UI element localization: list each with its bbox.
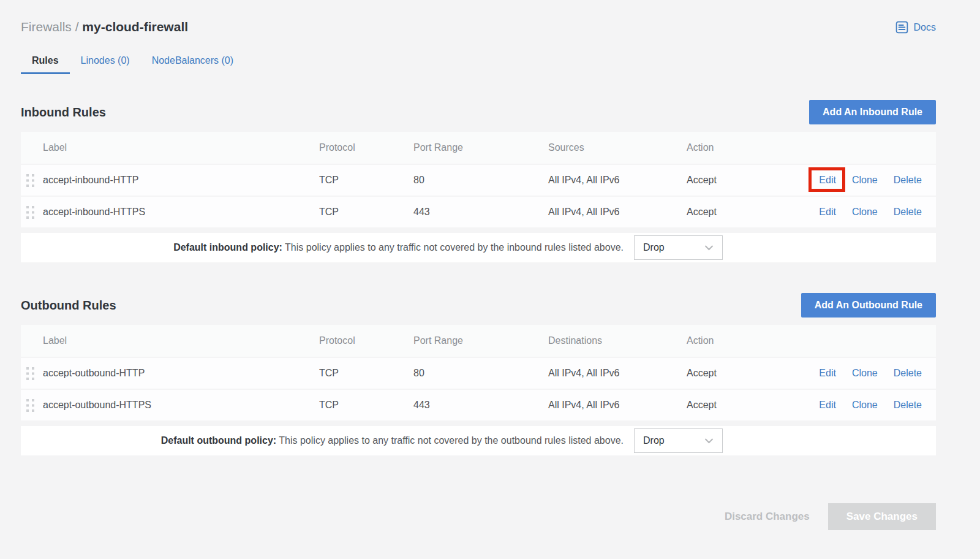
delete-link[interactable]: Delete [894, 207, 922, 218]
inbound-rules-table: Label Protocol Port Range Sources Action… [21, 132, 936, 227]
outbound-section-head: Outbound Rules Add An Outbound Rule [21, 293, 936, 318]
column-header-action: Action [687, 335, 922, 346]
column-header-action: Action [687, 142, 922, 153]
rule-protocol: TCP [319, 175, 413, 186]
outbound-rules-section: Outbound Rules Add An Outbound Rule Labe… [21, 293, 936, 455]
form-actions: Discard Changes Save Changes [21, 503, 936, 530]
edit-link[interactable]: Edit [819, 207, 836, 218]
drag-handle-icon[interactable] [26, 174, 43, 187]
rule-protocol: TCP [319, 368, 413, 379]
firewall-detail-page: { "colors": { "page_bg": "#f4f4f5", "acc… [0, 0, 980, 559]
rule-protocol: TCP [319, 207, 413, 218]
default-outbound-policy-text: Default outbound policy: This policy app… [161, 435, 624, 446]
column-header-port-range: Port Range [413, 335, 548, 346]
rule-protocol: TCP [319, 400, 413, 411]
rule-action: Accept [687, 175, 819, 186]
drag-handle-icon[interactable] [26, 206, 43, 219]
delete-link[interactable]: Delete [894, 368, 922, 379]
chevron-down-icon [704, 438, 714, 444]
rule-label: accept-outbound-HTTP [43, 368, 319, 379]
rule-port-range: 443 [413, 400, 548, 411]
table-row: accept-inbound-HTTPS TCP 443 All IPv4, A… [21, 197, 936, 227]
inbound-policy-value: Drop [643, 242, 665, 253]
column-header-protocol: Protocol [319, 335, 413, 346]
outbound-rules-table: Label Protocol Port Range Destinations A… [21, 325, 936, 420]
tab-rules[interactable]: Rules [21, 47, 70, 74]
page-title: my-cloud-firewall [82, 20, 188, 34]
column-header-destinations: Destinations [548, 335, 687, 346]
edit-link[interactable]: Edit [819, 400, 836, 411]
clone-link[interactable]: Clone [852, 400, 878, 411]
default-inbound-policy-text: Default inbound policy: This policy appl… [173, 242, 624, 253]
rule-port-range: 80 [413, 175, 548, 186]
drag-handle-icon[interactable] [26, 399, 43, 412]
table-row: accept-inbound-HTTP TCP 80 All IPv4, All… [21, 165, 936, 196]
drag-handle-icon[interactable] [26, 367, 43, 380]
add-inbound-rule-button[interactable]: Add An Inbound Rule [809, 100, 936, 124]
content-area: Firewalls / my-cloud-firewall Docs Rules… [0, 0, 980, 530]
table-row: accept-outbound-HTTP TCP 80 All IPv4, Al… [21, 358, 936, 389]
column-header-label: Label [43, 142, 319, 153]
rule-label: accept-inbound-HTTPS [43, 207, 319, 218]
rule-action: Accept [687, 400, 819, 411]
column-header-protocol: Protocol [319, 142, 413, 153]
rule-sources: All IPv4, All IPv6 [548, 175, 687, 186]
save-changes-button[interactable]: Save Changes [828, 503, 936, 530]
rule-destinations: All IPv4, All IPv6 [548, 368, 687, 379]
inbound-section-head: Inbound Rules Add An Inbound Rule [21, 100, 936, 124]
clone-link[interactable]: Clone [852, 207, 878, 218]
clone-link[interactable]: Clone [852, 368, 878, 379]
default-outbound-policy-row: Default outbound policy: This policy app… [21, 426, 936, 455]
rule-label: accept-inbound-HTTP [43, 175, 319, 186]
column-header-sources: Sources [548, 142, 687, 153]
column-header-label: Label [43, 335, 319, 346]
default-inbound-policy-row: Default inbound policy: This policy appl… [21, 233, 936, 262]
rule-port-range: 443 [413, 207, 548, 218]
delete-link[interactable]: Delete [894, 400, 922, 411]
inbound-rules-section: Inbound Rules Add An Inbound Rule Label … [21, 100, 936, 262]
outbound-policy-select[interactable]: Drop [634, 428, 723, 453]
rule-destinations: All IPv4, All IPv6 [548, 400, 687, 411]
tab-nodebalancers[interactable]: NodeBalancers (0) [141, 47, 244, 74]
rule-port-range: 80 [413, 368, 548, 379]
breadcrumb: Firewalls / my-cloud-firewall [21, 18, 188, 36]
add-outbound-rule-button[interactable]: Add An Outbound Rule [801, 293, 936, 318]
clone-link[interactable]: Clone [852, 175, 878, 186]
discard-changes-button[interactable]: Discard Changes [725, 511, 810, 523]
tab-linodes[interactable]: Linodes (0) [70, 47, 141, 74]
column-header-port-range: Port Range [413, 142, 548, 153]
rule-label: accept-outbound-HTTPS [43, 400, 319, 411]
rule-action: Accept [687, 207, 819, 218]
delete-link[interactable]: Delete [894, 175, 922, 186]
inbound-policy-select[interactable]: Drop [634, 235, 723, 260]
docs-link[interactable]: Docs [895, 21, 936, 34]
outbound-table-header: Label Protocol Port Range Destinations A… [21, 325, 936, 357]
outbound-policy-value: Drop [643, 435, 665, 446]
tab-bar: Rules Linodes (0) NodeBalancers (0) [21, 47, 936, 74]
chevron-down-icon [704, 245, 714, 251]
topbar: Firewalls / my-cloud-firewall Docs [21, 18, 936, 36]
breadcrumb-separator: / [72, 20, 83, 34]
outbound-rules-title: Outbound Rules [21, 299, 116, 313]
document-icon [895, 21, 908, 34]
table-row: accept-outbound-HTTPS TCP 443 All IPv4, … [21, 390, 936, 420]
breadcrumb-parent[interactable]: Firewalls [21, 20, 72, 34]
rule-action: Accept [687, 368, 819, 379]
edit-link[interactable]: Edit [819, 175, 836, 186]
inbound-table-header: Label Protocol Port Range Sources Action [21, 132, 936, 164]
inbound-rules-title: Inbound Rules [21, 105, 106, 120]
rule-sources: All IPv4, All IPv6 [548, 207, 687, 218]
edit-link[interactable]: Edit [819, 368, 836, 379]
docs-link-label: Docs [914, 22, 936, 33]
